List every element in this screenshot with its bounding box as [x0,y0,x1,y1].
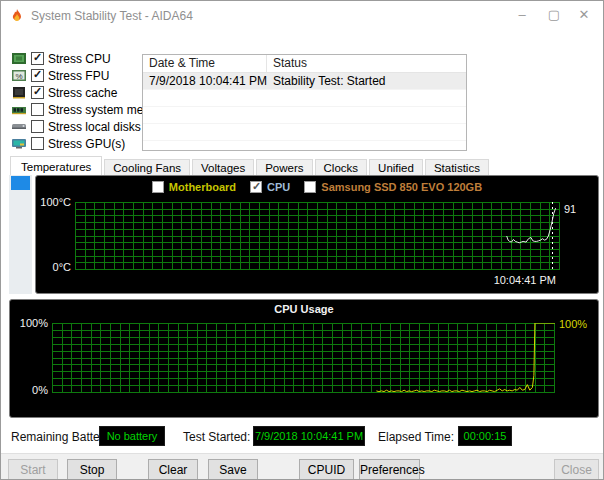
cpu-usage-chart-panel: CPU Usage 100% 0% 100% [9,299,599,418]
log-table-header: Date & Time Status [143,55,466,73]
stress-memory-checkbox[interactable] [31,103,44,116]
stress-gpu-checkbox[interactable] [31,137,44,150]
graph-tabs: Temperatures Cooling Fans Voltages Power… [10,157,491,177]
legend-cpu-checkbox[interactable] [250,181,262,193]
stress-disks-checkbox[interactable] [31,120,44,133]
usage-axis-max-label: 100% [20,317,48,329]
test-started-value: 7/9/2018 10:04:41 PM [253,426,365,446]
stress-gpu-label[interactable]: Stress GPU(s) [48,137,125,151]
temp-axis-max-label: 100°C [40,196,71,208]
close-dialog-button[interactable]: Close [554,459,599,480]
cache-icon [11,86,27,99]
stress-fpu-label[interactable]: Stress FPU [48,69,109,83]
cpu-icon [11,52,27,65]
stress-cpu-label[interactable]: Stress CPU [48,52,111,66]
stress-option-disks: Stress local disks [11,119,141,134]
start-button[interactable]: Start [8,459,58,480]
legend-ssd: Samsung SSD 850 EVO 120GB [304,181,482,193]
cpu-usage-plot [52,323,555,393]
stress-option-gpu: Stress GPU(s) [11,136,125,151]
legend-cpu-label[interactable]: CPU [267,181,290,193]
usage-axis-min-label: 0% [32,384,48,396]
clear-button[interactable]: Clear [148,459,198,480]
elapsed-time-value: 00:00:15 [458,426,512,446]
legend-motherboard: Motherboard [152,181,236,193]
legend-ssd-label[interactable]: Samsung SSD 850 EVO 120GB [321,181,482,193]
minimize-button[interactable]: – [505,1,539,29]
maximize-button[interactable]: ▢ [537,1,571,29]
event-log-table: Date & Time Status 7/9/2018 10:04:41 PM … [142,54,467,151]
legend-ssd-checkbox[interactable] [304,181,316,193]
legend-cpu: CPU [250,181,290,193]
temperature-chart-panel: Motherboard CPU Samsung SSD 850 EVO 120G… [35,175,599,294]
stress-cache-label[interactable]: Stress cache [48,86,117,100]
log-row-started[interactable]: 7/9/2018 10:04:41 PM Stability Test: Sta… [143,73,466,89]
disk-icon [11,120,27,133]
cpuid-button[interactable]: CPUID [299,459,354,480]
graph-vertical-scrollbar[interactable] [9,175,32,294]
memory-icon [11,103,27,116]
gpu-icon [11,137,27,150]
legend-motherboard-label[interactable]: Motherboard [169,181,236,193]
footer-button-bar: Start Stop Clear Save CPUID Preferences … [1,453,603,480]
svg-text:%: % [15,72,22,81]
stress-cpu-checkbox[interactable] [31,52,44,65]
preferences-button[interactable]: Preferences [359,459,420,480]
stress-fpu-checkbox[interactable] [31,69,44,82]
remaining-battery-value: No battery [99,426,165,446]
test-started-label: Test Started: [183,430,250,444]
save-button[interactable]: Save [208,459,258,480]
log-row-empty [143,123,466,140]
usage-current-value: 100% [559,318,587,330]
stress-cache-checkbox[interactable] [31,86,44,99]
window-title: System Stability Test - AIDA64 [31,9,193,23]
close-button[interactable]: ✕ [567,1,601,29]
log-cell-datetime: 7/9/2018 10:04:41 PM [143,73,267,89]
temperature-legend: Motherboard CPU Samsung SSD 850 EVO 120G… [36,181,598,193]
temp-current-value: 91 [564,203,576,215]
log-row-empty [143,140,466,151]
remaining-battery-label: Remaining Battery: [11,430,113,444]
column-header-datetime[interactable]: Date & Time [143,55,267,72]
tab-temperatures[interactable]: Temperatures [10,156,102,177]
temp-time-label: 10:04:41 PM [494,274,556,286]
legend-motherboard-checkbox[interactable] [152,181,164,193]
stress-option-cache: Stress cache [11,85,117,100]
title-bar: System Stability Test - AIDA64 – ▢ ✕ [1,1,603,31]
stress-option-cpu: Stress CPU [11,51,111,66]
stress-disks-label[interactable]: Stress local disks [48,120,141,134]
cpu-usage-title: CPU Usage [10,303,598,315]
column-header-status[interactable]: Status [267,55,466,72]
log-cell-status: Stability Test: Started [267,73,466,89]
aida64-flame-icon [9,8,25,24]
log-row-empty [143,89,466,106]
temperature-plot [75,202,560,270]
scrollbar-thumb[interactable] [11,176,30,190]
fpu-icon: % [11,69,27,82]
stress-option-fpu: % Stress FPU [11,68,109,83]
elapsed-time-label: Elapsed Time: [378,430,454,444]
temp-axis-min-label: 0°C [53,261,71,273]
stop-button[interactable]: Stop [67,459,117,480]
log-row-empty [143,106,466,123]
